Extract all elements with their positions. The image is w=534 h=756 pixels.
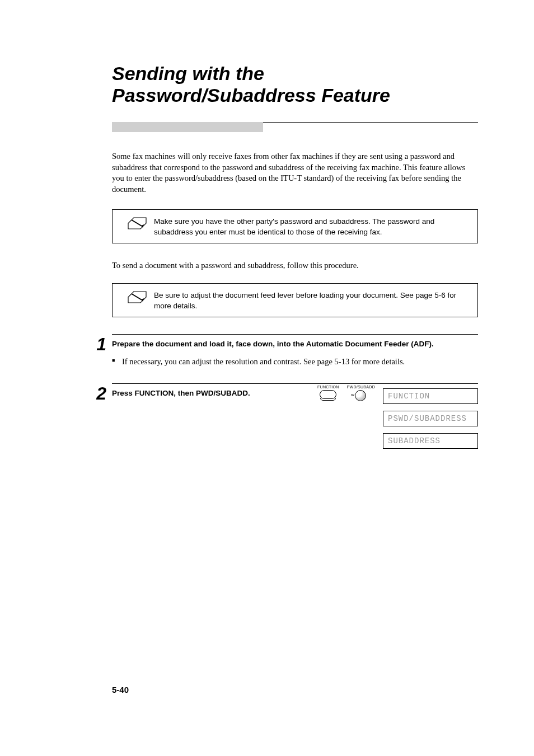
lcd-display-3: SUBADDRESS	[383, 433, 478, 449]
step-1-heading: Prepare the document and load it, face d…	[112, 339, 478, 349]
step-1: 1 Prepare the document and load it, face…	[112, 334, 478, 373]
note-box-1: Make sure you have the other party's pas…	[112, 209, 478, 243]
pwdsubadd-button-diagram: PWD/SUBADD 02	[347, 385, 375, 402]
pwdsubadd-button-number: 02	[351, 393, 355, 397]
title-underline	[112, 122, 478, 132]
title-line-2: Password/Subaddress Feature	[112, 84, 390, 106]
lcd-display-2: PSWD/SUBADDRESS	[383, 411, 478, 426]
note-icon	[120, 215, 154, 230]
pwdsubadd-button-label: PWD/SUBADD	[347, 385, 375, 389]
pwdsubadd-button-icon	[355, 390, 366, 401]
page-number: 5-40	[112, 685, 129, 694]
step-number: 1	[87, 334, 112, 352]
function-button-diagram: FUNCTION	[317, 385, 339, 399]
step-2: 2 Press FUNCTION, then PWD/SUBADD. FUNCT…	[112, 383, 478, 449]
lcd-display-1: FUNCTION	[383, 388, 478, 404]
intro-paragraph: Some fax machines will only receive faxe…	[112, 151, 478, 195]
chapter-title: Sending with the Password/Subaddress Fea…	[112, 63, 478, 106]
note-text-2: Be sure to adjust the document feed leve…	[154, 289, 470, 311]
step-1-sub: If necessary, you can adjust the resolut…	[112, 356, 478, 368]
step-2-heading: Press FUNCTION, then PWD/SUBADD.	[112, 388, 310, 398]
button-diagram: FUNCTION PWD/SUBADD 02	[310, 385, 383, 402]
title-line-1: Sending with the	[112, 63, 264, 84]
note-icon	[120, 289, 154, 304]
note-text-1: Make sure you have the other party's pas…	[154, 215, 470, 237]
function-button-label: FUNCTION	[317, 385, 339, 389]
lcd-display-stack: FUNCTION PSWD/SUBADDRESS SUBADDRESS	[383, 388, 478, 449]
note-box-2: Be sure to adjust the document feed leve…	[112, 283, 478, 317]
title-underline-grey	[112, 122, 263, 132]
title-underline-line	[263, 122, 478, 132]
instruction-text: To send a document with a password and s…	[112, 260, 478, 271]
step-number: 2	[87, 383, 112, 401]
function-button-icon	[320, 390, 336, 399]
